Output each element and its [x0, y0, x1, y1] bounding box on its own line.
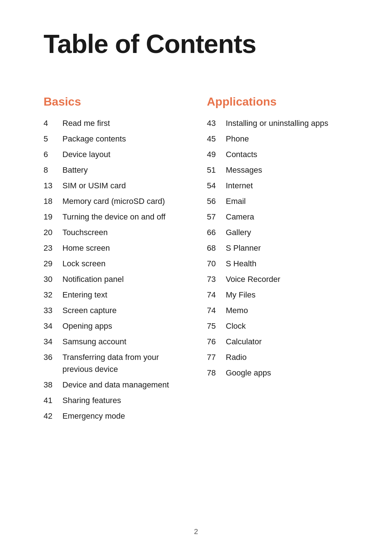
applications-page-num: 77 — [207, 351, 226, 363]
basics-item-title: Opening apps — [62, 320, 112, 332]
applications-list-item: 74My Files — [207, 289, 348, 301]
applications-item-title: Contacts — [226, 148, 257, 160]
applications-list-item: 78Google apps — [207, 367, 348, 379]
applications-item-title: My Files — [226, 289, 256, 301]
applications-list-item: 56Email — [207, 195, 348, 207]
page-number: 2 — [194, 528, 198, 536]
basics-page-num: 34 — [44, 320, 62, 332]
applications-list-item: 76Calculator — [207, 336, 348, 348]
basics-page-num: 18 — [44, 195, 62, 207]
basics-item-title: Samsung account — [62, 336, 126, 348]
applications-list-item: 70S Health — [207, 258, 348, 270]
basics-page-num: 6 — [44, 148, 62, 160]
basics-list-item: 20Touchscreen — [44, 226, 185, 238]
basics-page-num: 32 — [44, 289, 62, 301]
basics-list-item: 32Entering text — [44, 289, 185, 301]
basics-item-title: Lock screen — [62, 258, 106, 270]
applications-list-item: 57Camera — [207, 211, 348, 223]
page: Table of Contents Basics 4Read me first5… — [0, 0, 392, 554]
basics-item-title: Turning the device on and off — [62, 211, 166, 223]
toc-container: Basics 4Read me first5Package contents6D… — [44, 95, 348, 426]
applications-page-num: 76 — [207, 336, 226, 348]
basics-page-num: 13 — [44, 180, 62, 192]
basics-page-num: 41 — [44, 394, 62, 406]
basics-list-item: 36Transferring data from your previous d… — [44, 351, 185, 375]
applications-page-num: 68 — [207, 242, 226, 254]
basics-list-item: 5Package contents — [44, 133, 185, 145]
basics-item-title: Touchscreen — [62, 226, 108, 238]
basics-list-item: 42Emergency mode — [44, 410, 185, 422]
applications-item-title: Phone — [226, 133, 249, 145]
basics-list-item: 34Samsung account — [44, 336, 185, 348]
applications-page-num: 43 — [207, 117, 226, 129]
basics-page-num: 4 — [44, 117, 62, 129]
applications-page-num: 51 — [207, 164, 226, 176]
basics-page-num: 33 — [44, 304, 62, 316]
basics-page-num: 19 — [44, 211, 62, 223]
basics-page-num: 5 — [44, 133, 62, 145]
basics-page-num: 36 — [44, 351, 62, 363]
applications-list-item: 75Clock — [207, 320, 348, 332]
applications-page-num: 78 — [207, 367, 226, 379]
basics-item-title: Device and data management — [62, 379, 169, 391]
basics-list-item: 4Read me first — [44, 117, 185, 129]
applications-item-title: Clock — [226, 320, 246, 332]
applications-item-title: Installing or uninstalling apps — [226, 117, 328, 129]
basics-item-title: SIM or USIM card — [62, 180, 126, 192]
applications-page-num: 49 — [207, 148, 226, 160]
applications-item-title: Camera — [226, 211, 254, 223]
basics-page-num: 8 — [44, 164, 62, 176]
applications-list-item: 77Radio — [207, 351, 348, 363]
basics-list-item: 34Opening apps — [44, 320, 185, 332]
applications-list-item: 49Contacts — [207, 148, 348, 160]
basics-list: 4Read me first5Package contents6Device l… — [44, 117, 185, 422]
applications-list-item: 51Messages — [207, 164, 348, 176]
basics-item-title: Package contents — [62, 133, 126, 145]
basics-list-item: 41Sharing features — [44, 394, 185, 406]
basics-item-title: Emergency mode — [62, 410, 125, 422]
basics-list-item: 13SIM or USIM card — [44, 180, 185, 192]
applications-list: 43Installing or uninstalling apps45Phone… — [207, 117, 348, 379]
basics-page-num: 30 — [44, 273, 62, 285]
applications-list-item: 66Gallery — [207, 226, 348, 238]
basics-item-title: Entering text — [62, 289, 107, 301]
applications-item-title: Messages — [226, 164, 262, 176]
basics-list-item: 19Turning the device on and off — [44, 211, 185, 223]
applications-page-num: 54 — [207, 180, 226, 192]
basics-item-title: Transferring data from your previous dev… — [62, 351, 185, 375]
basics-list-item: 30Notification panel — [44, 273, 185, 285]
basics-item-title: Screen capture — [62, 304, 117, 316]
basics-item-title: Battery — [62, 164, 88, 176]
basics-item-title: Home screen — [62, 242, 110, 254]
basics-list-item: 8Battery — [44, 164, 185, 176]
applications-item-title: Radio — [226, 351, 246, 363]
basics-page-num: 29 — [44, 258, 62, 270]
applications-item-title: Email — [226, 195, 246, 207]
applications-page-num: 74 — [207, 289, 226, 301]
applications-list-item: 74Memo — [207, 304, 348, 316]
applications-page-num: 66 — [207, 226, 226, 238]
basics-list-item: 18Memory card (microSD card) — [44, 195, 185, 207]
applications-list-item: 45Phone — [207, 133, 348, 145]
basics-page-num: 23 — [44, 242, 62, 254]
applications-item-title: Google apps — [226, 367, 271, 379]
applications-page-num: 57 — [207, 211, 226, 223]
basics-item-title: Memory card (microSD card) — [62, 195, 165, 207]
basics-page-num: 34 — [44, 336, 62, 348]
basics-item-title: Device layout — [62, 148, 110, 160]
applications-item-title: S Health — [226, 258, 256, 270]
applications-column: Applications 43Installing or uninstallin… — [207, 95, 348, 382]
applications-item-title: Calculator — [226, 336, 262, 348]
basics-page-num: 42 — [44, 410, 62, 422]
applications-page-num: 56 — [207, 195, 226, 207]
basics-heading: Basics — [44, 95, 185, 108]
basics-list-item: 23Home screen — [44, 242, 185, 254]
applications-list-item: 73Voice Recorder — [207, 273, 348, 285]
basics-list-item: 33Screen capture — [44, 304, 185, 316]
basics-column: Basics 4Read me first5Package contents6D… — [44, 95, 185, 426]
basics-item-title: Sharing features — [62, 394, 121, 406]
applications-item-title: S Planner — [226, 242, 261, 254]
applications-item-title: Memo — [226, 304, 248, 316]
applications-item-title: Internet — [226, 180, 253, 192]
basics-list-item: 29Lock screen — [44, 258, 185, 270]
